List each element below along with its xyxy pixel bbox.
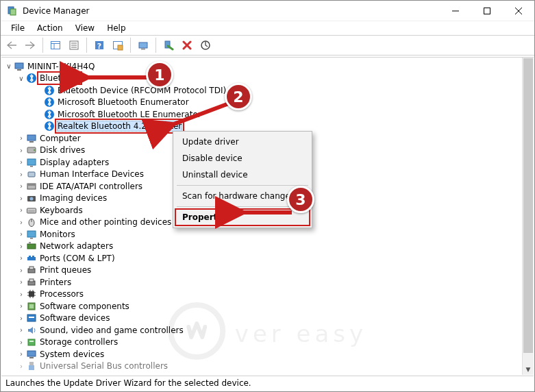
tree-category[interactable]: ›Monitors xyxy=(1,228,534,241)
tree-label: Imaging devices xyxy=(39,193,108,203)
sw-component-icon xyxy=(26,301,37,312)
menu-help[interactable]: Help xyxy=(101,22,132,34)
svg-rect-56 xyxy=(29,279,34,282)
tree-category[interactable]: ›Software components xyxy=(1,300,534,313)
context-menu: Update driver Disable device Uninstall d… xyxy=(173,131,312,228)
expand-icon[interactable]: › xyxy=(16,363,26,370)
enable-device-button[interactable] xyxy=(160,37,177,53)
expand-icon[interactable]: › xyxy=(16,158,26,166)
svg-rect-36 xyxy=(28,172,35,177)
bluetooth-icon xyxy=(26,73,37,84)
expand-icon[interactable]: › xyxy=(16,182,26,190)
ide-icon xyxy=(26,181,37,192)
tree-item[interactable]: Microsoft Bluetooth LE Enumerator xyxy=(1,108,534,121)
svg-rect-17 xyxy=(139,42,147,48)
processor-icon xyxy=(26,289,37,299)
tree-item[interactable]: Bluetooth Device (RFCOMM Protocol TDI) xyxy=(1,84,534,97)
expand-icon[interactable]: › xyxy=(16,195,26,202)
keyboard-icon xyxy=(26,205,37,216)
usb-icon xyxy=(26,360,37,371)
expand-icon[interactable]: › xyxy=(16,267,26,274)
tree-category[interactable]: ›Print queues xyxy=(1,265,534,277)
ctx-update-driver[interactable]: Update driver xyxy=(175,134,310,150)
show-hide-console-tree-button[interactable] xyxy=(47,37,64,53)
tree-category[interactable]: ›Storage controllers xyxy=(1,336,534,349)
expand-icon[interactable]: › xyxy=(16,171,26,178)
tree-label: Microsoft Bluetooth LE Enumerator xyxy=(57,110,202,119)
camera-icon xyxy=(26,193,37,204)
svg-rect-51 xyxy=(29,256,31,258)
ctx-disable-device[interactable]: Disable device xyxy=(175,150,310,167)
expand-icon[interactable]: › xyxy=(16,147,26,154)
tree-category[interactable]: ›Processors xyxy=(1,289,534,301)
tree-category[interactable]: ›Universal Serial Bus controllers xyxy=(1,360,534,373)
help-button[interactable]: ? xyxy=(91,37,108,53)
action-button[interactable] xyxy=(110,37,126,53)
expand-icon[interactable]: › xyxy=(16,315,26,322)
tree-label: Processors xyxy=(39,289,84,299)
minimize-button[interactable] xyxy=(440,1,471,21)
scroll-thumb[interactable] xyxy=(523,58,533,353)
svg-rect-3 xyxy=(484,8,490,14)
tree-category[interactable]: ›Network adapters xyxy=(1,241,534,253)
svg-rect-31 xyxy=(29,141,34,143)
svg-rect-49 xyxy=(29,242,31,244)
tree-root[interactable]: ∨ MININT-PKJ4H4Q xyxy=(1,60,534,73)
expand-icon[interactable]: › xyxy=(16,206,26,214)
close-button[interactable] xyxy=(503,1,534,21)
tree-category[interactable]: ›Sound, video and game controllers xyxy=(1,324,534,336)
properties-button[interactable] xyxy=(66,37,82,53)
expand-icon[interactable]: › xyxy=(16,302,26,310)
tree-label: IDE ATA/ATAPI controllers xyxy=(39,182,143,191)
ctx-properties[interactable]: Properties xyxy=(175,209,310,225)
tree-label: Network adapters xyxy=(39,241,114,251)
menu-file[interactable]: File xyxy=(5,22,31,34)
expand-icon[interactable]: › xyxy=(16,291,26,298)
update-driver-button[interactable] xyxy=(135,37,151,53)
expand-icon[interactable]: ∨ xyxy=(4,62,14,70)
monitor-icon xyxy=(26,229,37,240)
menu-view[interactable]: View xyxy=(69,22,101,34)
tree-label: Microsoft Bluetooth Enumerator xyxy=(57,97,190,107)
tree-label: Monitors xyxy=(39,230,76,239)
tree-category[interactable]: ›Printers xyxy=(1,276,534,289)
svg-rect-75 xyxy=(29,365,34,370)
expand-icon[interactable]: › xyxy=(16,326,26,334)
maximize-button[interactable] xyxy=(471,1,503,21)
tree-category[interactable]: ›System devices xyxy=(1,348,534,360)
menu-action[interactable]: Action xyxy=(31,22,69,34)
svg-rect-71 xyxy=(29,341,34,342)
expand-icon[interactable]: › xyxy=(16,350,26,358)
tree-label: Print queues xyxy=(39,265,92,275)
svg-rect-23 xyxy=(15,63,23,69)
sound-icon xyxy=(26,325,37,336)
scan-hardware-button[interactable] xyxy=(197,37,214,53)
expand-icon[interactable]: ∨ xyxy=(16,75,26,82)
expand-icon[interactable]: › xyxy=(16,134,26,142)
forward-button[interactable] xyxy=(22,37,38,53)
tree-item[interactable]: Microsoft Bluetooth Enumerator xyxy=(1,97,534,109)
expand-icon[interactable]: › xyxy=(16,230,26,238)
scroll-down-icon[interactable]: ▼ xyxy=(523,363,534,375)
expand-icon[interactable]: › xyxy=(16,339,26,346)
title-bar: Device Manager xyxy=(1,1,534,21)
toolbar: ? xyxy=(1,35,534,56)
back-button[interactable] xyxy=(3,37,20,53)
window-title: Device Manager xyxy=(23,6,89,16)
expand-icon[interactable]: › xyxy=(16,278,26,286)
tree-label: Ports (COM & LPT) xyxy=(39,254,116,263)
uninstall-device-button[interactable] xyxy=(179,37,195,53)
tree-label: Software devices xyxy=(39,313,110,323)
tree-category[interactable]: ›Software devices xyxy=(1,313,534,325)
annotation-badge-3: 3 xyxy=(287,186,314,213)
separator xyxy=(177,185,308,186)
scrollbar[interactable]: ▲ ▼ xyxy=(522,58,534,375)
expand-icon[interactable]: › xyxy=(16,243,26,250)
expand-icon[interactable]: › xyxy=(16,254,26,262)
tree-category[interactable]: ›Ports (COM & LPT) xyxy=(1,252,534,265)
ctx-uninstall-device[interactable]: Uninstall device xyxy=(175,167,310,183)
disk-icon xyxy=(26,145,37,156)
tree-label: Bluetooth Device (RFCOMM Protocol TDI) xyxy=(57,86,227,95)
expand-icon[interactable]: › xyxy=(16,219,26,226)
tree-category-bluetooth[interactable]: ∨ Bluetooth xyxy=(1,73,534,85)
